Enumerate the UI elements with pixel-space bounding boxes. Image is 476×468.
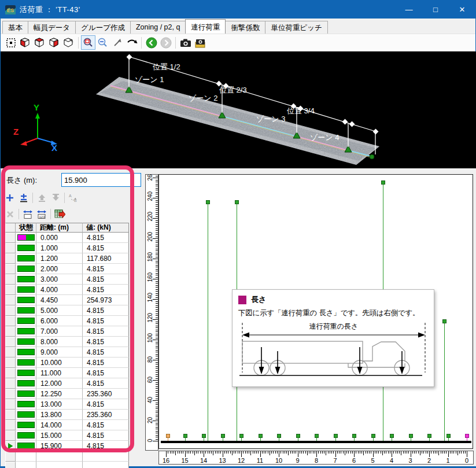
status-cell[interactable] <box>16 430 36 441</box>
fit-width-icon[interactable] <box>21 208 35 220</box>
value-cell[interactable]: 4.815 <box>83 243 129 253</box>
row-selector[interactable] <box>5 337 16 347</box>
data-point-marker[interactable] <box>166 434 170 438</box>
view-cube-top-icon[interactable] <box>32 35 47 50</box>
row-selector[interactable] <box>5 295 16 305</box>
status-cell[interactable] <box>16 243 36 253</box>
export-table-icon[interactable] <box>53 208 67 220</box>
chart-plot-area[interactable]: 長さ 下図に示す「連行荷重の 長さ」です。先頭は右側です。 連行荷重の長さ <box>158 174 473 449</box>
distance-cell[interactable]: 15.000 <box>36 430 83 441</box>
back-icon[interactable] <box>144 35 158 50</box>
row-selector[interactable] <box>5 462 16 468</box>
status-cell[interactable] <box>16 441 36 451</box>
row-selector[interactable] <box>5 410 16 420</box>
status-cell[interactable] <box>16 389 36 399</box>
status-cell[interactable] <box>16 295 36 305</box>
value-cell[interactable]: 4.815 <box>83 233 129 243</box>
distance-cell[interactable]: 9.000 <box>36 347 83 358</box>
data-point-marker[interactable] <box>334 434 338 438</box>
data-point-marker[interactable] <box>409 434 413 438</box>
snapshot-save-icon[interactable] <box>193 35 207 50</box>
data-point-marker[interactable] <box>202 434 206 438</box>
status-cell[interactable] <box>16 420 36 430</box>
data-point-marker[interactable] <box>239 434 243 438</box>
distance-cell[interactable]: 11.000 <box>36 368 83 378</box>
row-selector[interactable] <box>5 264 16 274</box>
rotate-icon[interactable] <box>124 35 139 50</box>
value-cell[interactable]: 235.360 <box>83 410 129 420</box>
distance-cell[interactable]: 13.800 <box>36 410 83 420</box>
value-cell[interactable]: 117.680 <box>83 253 129 264</box>
data-point-marker[interactable] <box>221 434 225 438</box>
status-cell[interactable] <box>16 358 36 368</box>
status-cell[interactable] <box>16 326 36 337</box>
row-selector[interactable] <box>5 326 16 337</box>
row-selector[interactable] <box>5 420 16 430</box>
snapshot-icon[interactable] <box>178 35 193 50</box>
row-selector[interactable] <box>5 305 16 316</box>
value-cell[interactable] <box>83 462 129 468</box>
value-cell[interactable]: 4.815 <box>83 285 129 295</box>
maximize-button[interactable]: □ <box>422 1 449 19</box>
status-cell[interactable] <box>16 462 36 468</box>
status-cell[interactable] <box>16 368 36 378</box>
status-cell[interactable] <box>16 337 36 347</box>
value-cell[interactable]: 4.815 <box>83 368 129 378</box>
add-row-icon[interactable] <box>3 191 17 204</box>
status-cell[interactable] <box>16 347 36 358</box>
insert-row-icon[interactable] <box>17 191 31 204</box>
status-cell[interactable] <box>16 316 36 326</box>
view-cube-left-icon[interactable] <box>18 35 32 50</box>
distance-cell[interactable]: 6.000 <box>36 316 83 326</box>
row-selector[interactable] <box>5 368 16 378</box>
close-button[interactable]: ✕ <box>449 1 475 19</box>
value-cell[interactable]: 4.815 <box>83 264 129 274</box>
distance-cell[interactable] <box>36 462 83 468</box>
distance-cell[interactable]: 1.200 <box>36 253 83 264</box>
view-cube-right-icon[interactable] <box>47 35 61 50</box>
minimize-button[interactable]: — <box>396 1 422 19</box>
status-cell[interactable] <box>16 410 36 420</box>
status-cell[interactable] <box>16 399 36 410</box>
value-cell[interactable]: 4.815 <box>83 399 129 410</box>
marquee-select-icon[interactable] <box>3 35 18 50</box>
distance-cell[interactable]: 14.000 <box>36 420 83 430</box>
row-selector[interactable] <box>5 441 16 451</box>
tab-4[interactable]: 連行荷重 <box>185 19 226 34</box>
zoom-out-icon[interactable] <box>95 35 110 50</box>
data-point-marker[interactable] <box>235 200 239 204</box>
value-cell[interactable]: 4.815 <box>83 316 129 326</box>
status-cell[interactable] <box>16 264 36 274</box>
row-selector[interactable] <box>5 285 16 295</box>
data-point-marker[interactable] <box>371 434 375 438</box>
status-cell[interactable] <box>16 305 36 316</box>
row-selector[interactable] <box>5 378 16 389</box>
length-input[interactable] <box>61 173 141 187</box>
tab-0[interactable]: 基本 <box>2 21 28 34</box>
data-point-marker[interactable] <box>427 434 431 438</box>
row-selector[interactable] <box>5 389 16 399</box>
distance-cell[interactable]: 13.000 <box>36 399 83 410</box>
status-cell[interactable] <box>16 285 36 295</box>
data-point-marker[interactable] <box>183 434 187 438</box>
data-point-marker[interactable] <box>447 434 451 438</box>
value-cell[interactable]: 4.815 <box>83 420 129 430</box>
data-point-marker[interactable] <box>277 434 281 438</box>
distance-cell[interactable]: 1.000 <box>36 243 83 253</box>
distance-cell[interactable]: 12.000 <box>36 378 83 389</box>
distance-cell[interactable]: 3.000 <box>36 274 83 285</box>
data-point-marker[interactable] <box>352 434 356 438</box>
value-cell[interactable]: 4.815 <box>83 430 129 441</box>
value-cell[interactable] <box>83 451 129 462</box>
distance-cell[interactable]: 4.450 <box>36 295 83 305</box>
view-cube-wire-icon[interactable] <box>61 35 76 50</box>
value-cell[interactable]: 4.815 <box>83 378 129 389</box>
data-point-marker[interactable] <box>442 319 447 323</box>
status-cell[interactable] <box>16 378 36 389</box>
fit-width-123-icon[interactable]: 123 <box>35 208 49 220</box>
viewport-3d[interactable]: Y Z X ゾーン 1 ゾーン 2 ゾーン 3 ゾーン 4 位置 1/2 位置 … <box>1 51 476 168</box>
value-cell[interactable]: 4.815 <box>83 305 129 316</box>
row-selector[interactable] <box>5 358 16 368</box>
row-selector[interactable] <box>5 347 16 358</box>
distance-cell[interactable] <box>36 451 83 462</box>
